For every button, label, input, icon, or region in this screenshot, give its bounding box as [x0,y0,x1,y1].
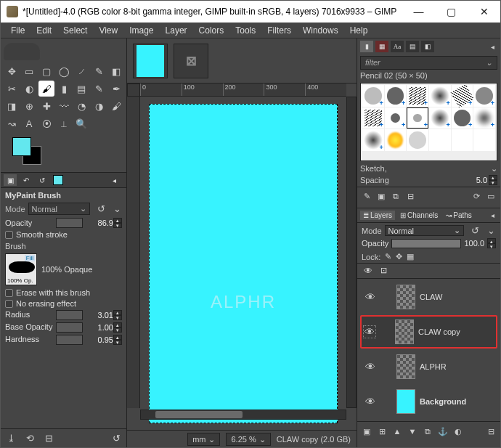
tab-channels[interactable]: ⊞Channels [397,211,441,220]
menu-select[interactable]: Select [57,23,93,38]
layer-row[interactable]: 👁ALPHR [360,350,497,383]
unit-select[interactable]: mm⌄ [187,433,220,446]
brush-grid[interactable]: + + + + + + + + + + + + + [360,83,497,161]
vertical-scrollbar[interactable] [346,97,357,408]
minimize-button[interactable]: — [402,1,435,23]
brush-filter-input[interactable]: filter⌄ [360,56,497,70]
restore-options-icon[interactable]: ⟲ [24,433,36,444]
spacing-spinner[interactable]: ▴▾ [489,175,497,185]
layer-name[interactable]: Background [420,397,494,406]
menu-tools[interactable]: Tools [229,23,261,38]
layer-name[interactable]: CLAW copy [418,327,494,336]
tool-foreground[interactable]: ◐ [21,81,37,97]
menu-windows[interactable]: Windows [297,23,344,38]
lower-layer-icon[interactable]: ▼ [406,425,419,438]
color-swatch[interactable] [7,136,43,165]
tool-paintbrush[interactable]: 🖌 [38,81,54,97]
tool-smudge[interactable]: 〰 [56,98,72,114]
tool-free-select[interactable]: ⟋ [73,63,89,79]
tool-pencil[interactable]: ✎ [91,81,107,97]
tool-clone[interactable]: ⊕ [21,98,37,114]
dup-layer-icon[interactable]: ⧉ [421,425,434,438]
tool-ink[interactable]: ✒ [108,81,124,97]
horizontal-scrollbar[interactable] [140,410,346,420]
layers-tab-menu[interactable]: ◂ [488,211,497,219]
merge-layer-icon[interactable]: ⚓ [436,425,449,438]
tool-fuzzy-select[interactable]: ✎ [91,63,107,79]
tab-brushes[interactable]: ▮ [360,41,373,52]
tab-patterns[interactable]: ▦ [375,41,388,52]
tab-undo[interactable]: ↺ [36,174,49,186]
refresh-brush-icon[interactable]: ⟳ [470,190,483,203]
baseop-slider[interactable] [56,322,83,333]
tool-zoom[interactable]: 🔍 [73,115,89,131]
mode-chevron-icon[interactable]: ⌄ [112,204,122,214]
hardness-spinner[interactable]: ▴▾ [113,335,122,345]
layer-thumbnail[interactable] [395,319,414,344]
ruler-horizontal[interactable]: 0 100 200 300 400 [140,84,346,97]
layer-mode-select[interactable]: Normal⌄ [385,225,464,236]
tab-fonts[interactable]: Aa [391,41,404,52]
ruler-vertical[interactable] [127,97,140,408]
no-erasing-checkbox[interactable]: No erasing effect [5,299,122,308]
brush-category-chevron-icon[interactable]: ⌄ [491,164,497,174]
tool-blur[interactable]: ◔ [73,98,89,114]
save-options-icon[interactable]: ⤓ [5,433,17,444]
tab-image-list[interactable] [52,174,65,186]
menu-filters[interactable]: Filters [261,23,297,38]
reset-options-icon[interactable]: ↺ [110,433,122,444]
eye-icon[interactable]: 👁 [363,291,378,303]
menu-help[interactable]: Help [344,23,374,38]
layer-thumbnail[interactable] [396,354,415,379]
maximize-button[interactable]: ▢ [435,1,468,23]
tab-tool-options[interactable]: ▣ [4,174,17,186]
layer-row[interactable]: 👁CLAW [360,280,497,314]
lock-position-icon[interactable]: ✥ [396,252,402,261]
brush-category[interactable]: Sketch, [360,164,491,174]
tool-scissors[interactable]: ✂ [4,81,20,97]
eye-icon[interactable]: 👁 [363,396,378,407]
tool-measure[interactable]: ⟂ [56,115,72,131]
tab-device[interactable]: ↶ [20,174,33,186]
new-group-icon[interactable]: ⊞ [375,425,388,438]
ruler-corner[interactable] [127,84,140,97]
brush-thumbnail[interactable]: Fill 100% Op. [5,253,37,285]
layer-thumbnail[interactable] [396,389,415,414]
tool-path[interactable]: ↝ [4,115,20,131]
mode-select[interactable]: Normal⌄ [28,203,90,215]
tool-color-picker[interactable]: ⦿ [38,115,54,131]
tab-menu-arrow[interactable]: ◂ [107,174,121,186]
tool-bucket[interactable]: ▮ [56,81,72,97]
tool-mypaint[interactable]: 🖌 [108,98,124,114]
new-layer-icon[interactable]: ▣ [360,425,373,438]
tool-rect-select[interactable]: ▢ [38,63,54,79]
smooth-stroke-checkbox[interactable]: Smooth stroke [5,230,122,239]
zoom-select[interactable]: 6.25 %⌄ [226,433,270,446]
image-tab-0[interactable] [133,44,168,78]
opacity-slider[interactable] [56,218,83,228]
tool-eraser[interactable]: ◨ [4,98,20,114]
tool-ellipse-select[interactable]: ◯ [56,63,72,79]
open-brush-icon[interactable]: ▭ [484,190,497,203]
canvas-viewport[interactable]: ALPHR [140,97,346,408]
brushes-tab-menu[interactable]: ◂ [488,43,497,51]
menu-edit[interactable]: Edit [30,23,57,38]
tab-gradient[interactable]: ◧ [421,41,434,52]
layer-mode-chevron-icon[interactable]: ⌄ [486,226,496,236]
tab-layers[interactable]: ≣Layers [360,211,395,220]
radius-slider[interactable] [56,310,83,320]
hardness-slider[interactable] [56,335,83,345]
new-brush-icon[interactable]: ▣ [375,190,388,203]
raise-layer-icon[interactable]: ▲ [391,425,404,438]
erase-checkbox[interactable]: Erase with this brush [5,288,122,297]
image-tab-close[interactable]: ⊠ [174,44,208,78]
layer-name[interactable]: ALPHR [420,362,494,371]
layer-name[interactable]: CLAW [420,293,494,301]
tool-dodge[interactable]: ◑ [91,98,107,114]
mask-layer-icon[interactable]: ◐ [452,425,465,438]
dup-brush-icon[interactable]: ⧉ [389,190,402,203]
tab-history[interactable]: ▤ [406,41,419,52]
tool-gradient[interactable]: ▤ [73,81,89,97]
edit-brush-icon[interactable]: ✎ [360,190,373,203]
eye-icon[interactable]: 👁 [363,325,376,338]
